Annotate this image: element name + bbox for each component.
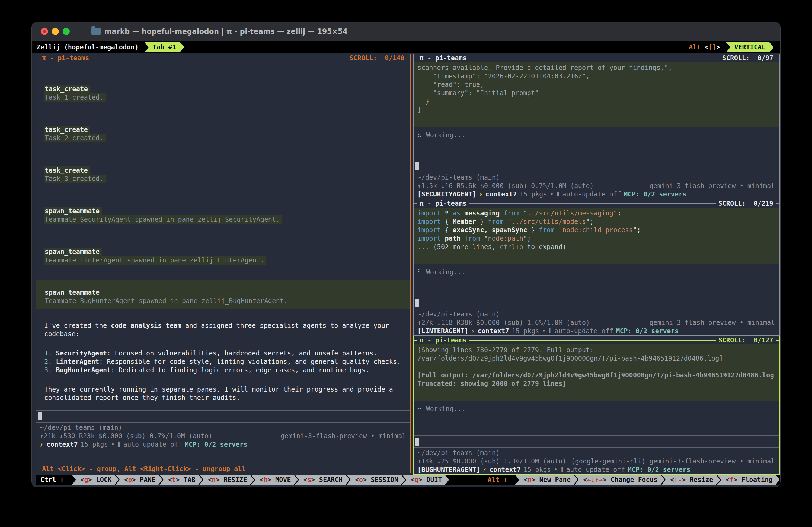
blank-gap (414, 140, 779, 160)
bracket: > (216, 476, 223, 484)
dot-separator: • (550, 190, 553, 199)
bracket: < (208, 476, 212, 484)
code-token: node:child_process (563, 226, 633, 234)
list-item: 2. LinterAgent: Responsible for code sty… (44, 358, 406, 366)
terminal-window: markb — hopeful-megalodon | π - pi-teams… (31, 22, 781, 487)
code-token (499, 210, 503, 217)
mcp-servers-status: MCP: 0/2 servers (616, 327, 679, 336)
keybind-key: q (415, 476, 419, 484)
prompt-input[interactable] (36, 411, 410, 422)
tab-1[interactable]: Tab #1 (145, 42, 185, 52)
keybind-key: s (307, 476, 311, 484)
pane-orchestrator[interactable]: π - pi-teams SCROLL: 0/140 task_createTa… (35, 54, 411, 473)
code-token: ; (527, 235, 531, 242)
assistant-message: I've created the code_analysis_team and … (44, 322, 406, 402)
blank-gap (414, 413, 779, 435)
pkgs-count: 15 pkgs (512, 327, 539, 336)
pane-linter-agent[interactable]: π - pi-teams SCROLL: 0/219 import * as m… (413, 199, 780, 336)
pane-security-header: π - pi-teams SCROLL: 0/97 (414, 54, 779, 62)
log-output-block: [Showing lines 780-2779 of 2779. Full ou… (414, 344, 779, 401)
context7-label: context7 (46, 440, 78, 449)
keybind-key: h (264, 476, 267, 484)
code-token: import (417, 210, 441, 217)
prompt-input[interactable] (414, 436, 779, 447)
keybind-label: TAB (184, 476, 195, 484)
keybind-new-pane[interactable]: <n> New Pane (515, 475, 578, 485)
list-item-text: : Responsible for code style, linting vi… (99, 358, 401, 366)
keybind-pane[interactable]: <p> PANE (116, 475, 163, 485)
code-token: " (504, 218, 511, 226)
alt-hint-key: Alt (689, 43, 700, 51)
tool-call-result: Task 3 created. (44, 175, 106, 183)
titlebar[interactable]: markb — hopeful-megalodon | π - pi-teams… (32, 22, 780, 41)
code-token (441, 235, 445, 242)
keybind-quit[interactable]: <q> QUIT (402, 475, 449, 485)
message-line: I've created the code_analysis_team and … (44, 322, 406, 330)
minimize-button[interactable] (52, 28, 59, 35)
pane-security-agent[interactable]: π - pi-teams SCROLL: 0/97 scanners avail… (413, 54, 780, 199)
keybind-move[interactable]: <h> MOVE (251, 475, 298, 485)
tool-call-result: Task 1 created. (44, 93, 106, 102)
cwd-branch: ~/dev/pi-teams (main) (40, 424, 406, 432)
pause-icon: Ⅱ (560, 466, 564, 474)
pane-bughunter-agent[interactable]: π - pi-teams SCROLL: 0/127 [Showing line… (413, 336, 780, 475)
list-item-number: 3. (44, 366, 56, 374)
keybind-session[interactable]: <o> SESSION (346, 475, 405, 485)
mcp-servers-status: MCP: 0/2 servers (624, 190, 686, 199)
alt-prefix-segment: Alt + (472, 475, 518, 485)
code-token: " (480, 235, 488, 242)
text-cursor (415, 299, 419, 307)
keybind-label: Floating (741, 476, 773, 484)
code-token (461, 210, 464, 217)
keybind-label: RESIZE (223, 476, 247, 484)
text-cursor (415, 162, 419, 170)
bracket: < (124, 476, 128, 484)
bracket: > (176, 476, 184, 484)
pane-title: π - pi-teams (39, 54, 92, 62)
message-line: consolidated report once they finish the… (44, 394, 406, 402)
keybind-resize[interactable]: <n> RESIZE (199, 475, 255, 485)
keybind-change-focus[interactable]: <←↓↑→> Change Focus (575, 475, 665, 485)
keybind-resize[interactable]: <+-> Resize (662, 475, 720, 485)
auto-update-status: auto-update off (566, 466, 625, 474)
keybind-tab[interactable]: <t> TAB (159, 475, 202, 485)
agent-name-badge: [LINTERAGENT] (417, 327, 468, 336)
code-token: ; (617, 210, 621, 217)
alt-hint-keys: [] (708, 43, 716, 51)
code-token: from (539, 226, 555, 234)
prompt-input[interactable] (414, 297, 779, 309)
token-stats: ↑14k ↓25 $0.000 (sub) 1.3%/1.0M (auto) (417, 457, 566, 466)
keybind-label: QUIT (426, 476, 442, 484)
keybind-label: New Pane (539, 476, 571, 484)
prompt-input[interactable] (414, 160, 779, 172)
log-line: [Full output: /var/folders/d0/z9jph2ld4v… (417, 371, 775, 380)
tool-call-result: Teammate SecurityAgent spawned in pane z… (44, 215, 282, 224)
zoom-button[interactable] (63, 28, 70, 35)
blank-gap (414, 276, 779, 297)
window-title: markb — hopeful-megalodon | π - pi-teams… (104, 27, 348, 35)
layout-mode-badge[interactable]: VERTICAL (726, 42, 774, 52)
keybind-floating[interactable]: <f> Floating (717, 475, 780, 485)
border-segment (776, 58, 779, 58)
usage-stats-row: ↑1.5k ↓16 R5.6k $0.000 (sub) 0.7%/1.0M (… (417, 182, 775, 190)
dot-separator: • (553, 466, 557, 474)
border-segment (469, 58, 720, 58)
message-line: codebase: (44, 330, 406, 338)
keybind-key: p (128, 476, 132, 484)
code-token: } (527, 226, 539, 234)
usage-stats-row: ↑14k ↓25 $0.000 (sub) 1.3%/1.0M (auto) (… (417, 457, 775, 466)
keybind-strip: Ctrl + <g> LOCK<p> PANE<t> TAB<n> RESIZE… (35, 475, 780, 485)
border-segment (248, 469, 410, 469)
spinner-icon: ⠃ (417, 268, 422, 276)
context-row: [LINTERAGENT] ⚡ context7 15 pkgs • Ⅱ aut… (417, 327, 775, 336)
bracket: < (411, 476, 415, 484)
border-segment (414, 340, 417, 341)
bracket: > (682, 476, 690, 484)
log-line: /var/folders/d0/z9jph2ld4v9gw45bwg0f1j90… (417, 354, 775, 363)
working-status: ⠒ Working... (414, 405, 779, 413)
close-button[interactable] (41, 28, 48, 35)
tool-call: task_createTask 2 created. (44, 126, 406, 142)
keybind-lock[interactable]: <g> LOCK (72, 475, 119, 485)
tool-calls: task_createTask 1 created.task_createTas… (44, 85, 406, 309)
keybind-search[interactable]: <s> SEARCH (295, 475, 350, 485)
